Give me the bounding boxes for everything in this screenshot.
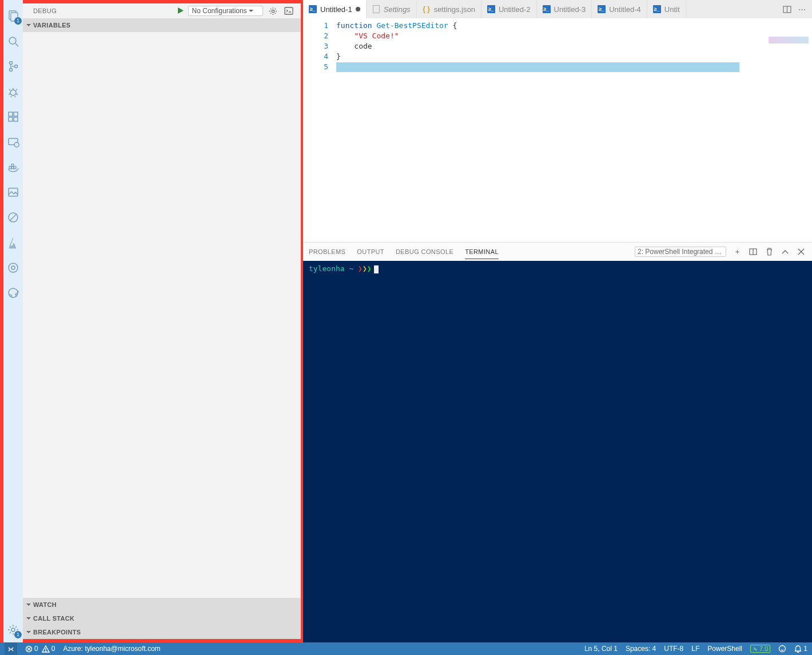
remote-indicator-icon[interactable] [5, 642, 17, 655]
svg-point-25 [272, 10, 274, 12]
activity-gear-alt-icon[interactable] [5, 260, 21, 276]
maximize-panel-icon[interactable] [780, 247, 790, 257]
chevron-down-icon [26, 629, 31, 636]
start-debug-icon[interactable] [177, 7, 185, 15]
svg-point-33 [45, 650, 46, 651]
section-breakpoints: BREAKPOINTS [23, 625, 301, 642]
powershell-file-icon: ≥_ [653, 5, 661, 13]
explorer-badge: 1 [14, 17, 22, 25]
status-encoding[interactable]: UTF-8 [664, 645, 683, 653]
file-icon [372, 5, 380, 13]
activity-image-icon[interactable] [5, 184, 21, 200]
svg-rect-9 [9, 117, 13, 121]
tab-untitled-1[interactable]: ≥_Untitled-1 [303, 0, 367, 18]
panel-tabs: PROBLEMS OUTPUT DEBUG CONSOLE TERMINAL 2… [303, 243, 812, 261]
tab-untitled-3[interactable]: ≥_Untitled-3 [537, 0, 592, 18]
debug-console-toggle-icon[interactable] [282, 5, 295, 17]
svg-point-2 [9, 37, 16, 44]
new-terminal-icon[interactable]: ＋ [732, 247, 742, 257]
debug-sidebar: DEBUG No Configurations VARIABLES WATCH … [23, 0, 303, 642]
activity-github-icon[interactable] [5, 285, 21, 301]
status-language[interactable]: PowerShell [707, 645, 742, 653]
kill-terminal-icon[interactable] [764, 247, 774, 257]
section-header-variables[interactable]: VARIABLES [23, 18, 301, 32]
tab-untitled-more[interactable]: ≥_Untit [647, 0, 686, 18]
debug-config-select[interactable]: No Configurations [188, 6, 263, 16]
tab-settings-json[interactable]: { }settings.json [417, 0, 481, 18]
minimap[interactable] [769, 37, 809, 43]
powershell-file-icon: ≥_ [543, 5, 551, 13]
section-header-callstack[interactable]: CALL STACK [23, 612, 301, 625]
terminal-select[interactable]: 2: PowerShell Integrated Con [635, 247, 726, 257]
split-terminal-icon[interactable] [748, 247, 758, 257]
close-panel-icon[interactable] [796, 247, 806, 257]
svg-rect-10 [14, 117, 18, 121]
svg-rect-18 [9, 188, 18, 196]
activity-remote-icon[interactable] [5, 134, 21, 150]
activity-circle-slash-icon[interactable] [5, 209, 21, 225]
status-warnings[interactable]: 0 [42, 645, 55, 653]
activity-docker-icon[interactable] [5, 159, 21, 175]
activity-debug-icon[interactable] [5, 84, 21, 100]
svg-point-21 [11, 266, 15, 269]
split-editor-icon[interactable] [781, 3, 793, 15]
status-notifications-icon[interactable]: 1 [794, 645, 807, 653]
svg-line-3 [15, 43, 18, 46]
status-errors[interactable]: 0 [25, 645, 38, 653]
chevron-down-icon [26, 22, 31, 29]
activity-azure-icon[interactable] [5, 235, 21, 251]
powershell-file-icon: ≥_ [598, 5, 606, 13]
tab-untitled-2[interactable]: ≥_Untitled-2 [481, 0, 537, 18]
powershell-file-icon: ≥_ [309, 5, 317, 13]
more-actions-icon[interactable]: ⋯ [796, 3, 807, 15]
editor-tabs: ≥_Untitled-1 Settings { }settings.json ≥… [303, 0, 812, 18]
section-header-watch[interactable]: WATCH [23, 598, 301, 612]
status-feedback-icon[interactable] [778, 645, 786, 653]
status-azure[interactable]: Azure: tyleonha@microsoft.com [63, 645, 160, 653]
status-ln-col[interactable]: Ln 5, Col 1 [584, 645, 618, 653]
svg-rect-11 [14, 112, 18, 116]
panel-tab-output[interactable]: OUTPUT [357, 245, 384, 259]
svg-line-20 [10, 214, 17, 221]
chevron-down-icon [26, 601, 31, 608]
svg-point-5 [10, 69, 13, 72]
svg-rect-26 [285, 7, 293, 14]
activity-scm-icon[interactable] [5, 58, 21, 74]
panel-tab-terminal[interactable]: TERMINAL [465, 245, 499, 259]
tab-settings[interactable]: Settings [367, 0, 417, 18]
status-ps-version[interactable]: 7.0 [750, 645, 770, 653]
activity-explorer-icon[interactable]: 1 [5, 8, 21, 24]
section-header-breakpoints[interactable]: BREAKPOINTS [23, 625, 301, 639]
svg-point-7 [10, 90, 16, 96]
code-editor[interactable]: 1 2 3 4 5 function Get-BestPSEditor { "V… [303, 18, 812, 242]
tab-untitled-4[interactable]: ≥_Untitled-4 [592, 0, 647, 18]
code-content[interactable]: function Get-BestPSEditor { "VS Code!" c… [336, 18, 812, 242]
dirty-indicator-icon [356, 7, 360, 11]
section-callstack: CALL STACK [23, 612, 301, 625]
panel-tab-problems[interactable]: PROBLEMS [309, 245, 345, 259]
debug-settings-icon[interactable] [266, 5, 279, 17]
line-gutter: 1 2 3 4 5 [303, 18, 336, 242]
panel-tab-debug-console[interactable]: DEBUG CONSOLE [396, 245, 453, 259]
svg-rect-17 [11, 164, 14, 166]
sidebar-header: DEBUG No Configurations [23, 0, 301, 18]
terminal-cursor [374, 265, 379, 273]
terminal-prompt: ❯❯❯ [358, 264, 371, 273]
settings-badge: 1 [14, 631, 22, 638]
status-eol[interactable]: LF [691, 645, 699, 653]
status-spaces[interactable]: Spaces: 4 [626, 645, 656, 653]
svg-point-22 [9, 263, 18, 272]
activity-extensions-icon[interactable] [5, 109, 21, 125]
activity-bar: 1 1 [0, 0, 23, 642]
svg-rect-8 [9, 112, 13, 116]
svg-point-24 [11, 628, 15, 632]
powershell-file-icon: ≥_ [487, 5, 495, 13]
activity-settings-icon[interactable]: 1 [5, 622, 21, 638]
selection-highlight [336, 62, 739, 72]
json-file-icon: { } [423, 5, 431, 13]
editor-area: ≥_Untitled-1 Settings { }settings.json ≥… [303, 0, 812, 642]
svg-point-6 [15, 65, 18, 68]
activity-search-icon[interactable] [5, 33, 21, 49]
terminal[interactable]: tyleonha ~ ❯❯❯ [303, 261, 812, 642]
chevron-down-icon [249, 7, 253, 15]
